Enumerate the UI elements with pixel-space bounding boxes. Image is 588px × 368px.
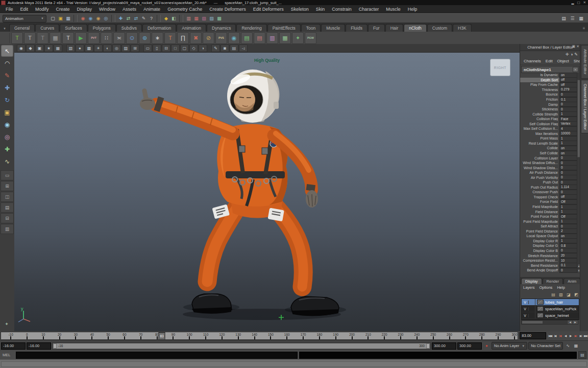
- channel-row-bounce[interactable]: Bounce0: [520, 92, 577, 97]
- channel-value-push-out[interactable]: 0: [559, 180, 577, 185]
- channel-label-point-force-field[interactable]: Point Force Field: [520, 215, 559, 218]
- viewport-3d-view[interactable]: High Quality RIGHT: [14, 53, 520, 331]
- playback-start-field[interactable]: -16.00: [27, 342, 51, 350]
- snap-to-curves-icon[interactable]: ◉: [87, 15, 94, 22]
- channel-box-menu-edit[interactable]: Edit: [544, 59, 555, 63]
- shelf-tab-curves[interactable]: Curves: [35, 24, 59, 32]
- go-to-end-button[interactable]: ▶▶|: [583, 333, 588, 339]
- channel-row-field-distance[interactable]: Field Distance1: [520, 209, 577, 214]
- layer-editor-tab-anim[interactable]: Anim: [564, 278, 580, 284]
- bookmarks-icon[interactable]: ★: [44, 44, 53, 52]
- paint-properties-icon[interactable]: PVS: [215, 32, 227, 44]
- shelf-tab-painteffects[interactable]: PaintEffects: [267, 24, 301, 32]
- menu-item-modify[interactable]: Modify: [32, 6, 53, 13]
- lock-selection-icon[interactable]: ◆: [162, 15, 170, 22]
- append-cache-icon[interactable]: ▦: [279, 32, 291, 44]
- channel-row-local-space-output[interactable]: Local Space Outputon: [520, 234, 577, 239]
- group-divider[interactable]: [74, 15, 78, 22]
- menu-item-skin[interactable]: Skin: [312, 6, 329, 13]
- channel-value-display-color-b[interactable]: 0: [559, 248, 577, 253]
- step-forward-key-button[interactable]: ▶|: [573, 333, 578, 339]
- channel-value-wind-shadow-dista[interactable]: 0: [559, 165, 577, 170]
- lock-camera-icon[interactable]: ◆: [26, 44, 35, 52]
- create-passive-collider-icon[interactable]: T: [24, 32, 36, 44]
- channel-label-point-mass[interactable]: Point Mass: [520, 136, 559, 140]
- channel-label-collide-strength[interactable]: Collide Strength: [520, 112, 559, 116]
- channel-edit-icon[interactable]: ✎: [574, 52, 578, 57]
- channel-row-depth-sort[interactable]: Depth Sortoff: [520, 78, 577, 83]
- object-collapse-icon[interactable]: ▪: [573, 67, 578, 72]
- channel-row-point-force-field[interactable]: Point Force FieldOff: [520, 214, 577, 219]
- shelf-tab-fluids[interactable]: Fluids: [346, 24, 368, 32]
- channel-row-play-from-cache[interactable]: Play From Cacheoff: [520, 82, 577, 87]
- mel-input[interactable]: [16, 352, 298, 359]
- channel-row-point-field-magnitude[interactable]: Point Field Magnitude1: [520, 219, 577, 224]
- show-channel-box-icon[interactable]: ▦: [577, 15, 585, 22]
- field-chart-icon[interactable]: ⊟: [162, 44, 170, 52]
- construction-history-icon[interactable]: ✎: [140, 15, 148, 22]
- channel-label-damp[interactable]: Damp: [520, 103, 559, 106]
- channel-row-point-field-distance[interactable]: Point Field Distance2: [520, 229, 577, 234]
- channel-row-air-push-distance[interactable]: Air Push Distance0: [520, 170, 577, 175]
- layout-hypershade-persp[interactable]: ▥: [1, 224, 14, 234]
- menu-item-create-deformers[interactable]: Create Deformers: [206, 6, 250, 13]
- universal-manipulator-tool[interactable]: ◉: [1, 119, 13, 130]
- channel-row-is-dynamic[interactable]: Is Dynamicon: [520, 73, 577, 78]
- channel-value-point-field-magnitude[interactable]: 1: [559, 219, 577, 224]
- range-end-handle[interactable]: [426, 343, 430, 349]
- channel-label-point-field-magnitude[interactable]: Point Field Magnitude: [520, 220, 559, 223]
- auto-keyframe-icon[interactable]: ●: [483, 342, 491, 350]
- wireframe-on-shaded-icon[interactable]: ⊞: [131, 44, 139, 52]
- play-backwards-button[interactable]: ◀: [563, 333, 568, 339]
- render-view-icon[interactable]: ▥: [185, 15, 192, 22]
- channel-value-rest-length-scale[interactable]: 1: [559, 141, 577, 146]
- display-input-mesh-icon[interactable]: ▦: [50, 32, 61, 44]
- shelf-tab-toon[interactable]: Toon: [301, 24, 321, 32]
- channel-value-self-collision-flag[interactable]: Vertex: [559, 121, 577, 126]
- channel-row-collision-flag[interactable]: Collision FlagFace: [520, 117, 577, 122]
- layer-type-box[interactable]: [529, 306, 535, 312]
- range-slider-track[interactable]: -16 300: [52, 342, 431, 350]
- channel-label-collision-flag[interactable]: Collision Flag: [520, 117, 559, 121]
- panel-title-bar[interactable]: Channel Box / Layer Editor ▣✕: [520, 44, 580, 51]
- shelf-tab-hair[interactable]: Hair: [385, 24, 404, 32]
- channel-row-point-mass[interactable]: Point Mass1: [520, 136, 577, 141]
- save-scene-icon[interactable]: ▦: [64, 15, 72, 22]
- time-slider-ruler[interactable]: -100102030405060708090100110120130140150…: [1, 332, 518, 340]
- channel-label-friction[interactable]: Friction: [520, 98, 559, 101]
- channel-value-collision-flag[interactable]: Face: [559, 117, 577, 122]
- create-cache-icon[interactable]: ▤: [241, 32, 253, 44]
- channel-value-stretch-resistance[interactable]: 20: [559, 253, 577, 258]
- channel-value-point-field-distance[interactable]: 2: [559, 228, 577, 234]
- minimize-button[interactable]: ▂: [571, 1, 574, 5]
- menu-item-animate[interactable]: Animate: [140, 6, 164, 13]
- paint-select-tool[interactable]: ✎: [1, 70, 13, 81]
- scale-tool[interactable]: ▣: [1, 106, 13, 118]
- use-default-material-icon[interactable]: ◎: [112, 44, 121, 52]
- attract-to-matching-mesh-icon[interactable]: ∏: [177, 32, 189, 44]
- select-camera-icon[interactable]: ◉: [17, 44, 26, 52]
- move-tool[interactable]: ✚: [1, 82, 13, 94]
- channel-label-collision-layer[interactable]: Collision Layer: [520, 156, 559, 160]
- channel-row-force-field[interactable]: Force FieldOff: [520, 199, 577, 204]
- channel-label-play-from-cache[interactable]: Play From Cache: [520, 83, 559, 86]
- layer-color-swatch[interactable]: [537, 300, 544, 305]
- layer-menu-layers[interactable]: Layers: [521, 285, 537, 290]
- slide-on-surface-icon[interactable]: ⊚: [139, 32, 151, 44]
- nconstraint-component-icon[interactable]: ≍: [113, 32, 125, 44]
- quick-help-icon[interactable]: ?: [148, 15, 155, 22]
- channel-row-compression-resist[interactable]: Compression Resist...10: [520, 258, 577, 263]
- channel-value-thickness[interactable]: 0.279: [559, 87, 577, 92]
- layout-four-pane[interactable]: ⊞: [1, 181, 14, 191]
- toolbox-extra-icon[interactable]: ✦: [2, 320, 11, 328]
- paint-cache-weights-icon[interactable]: PGW: [305, 32, 316, 44]
- channel-value-damp[interactable]: 0: [559, 102, 577, 107]
- lasso-select-tool[interactable]: ◠: [1, 57, 13, 69]
- layer-hscroll-thumb[interactable]: [522, 321, 543, 324]
- channel-box-menu-channels[interactable]: Channels: [522, 59, 543, 63]
- xray-icon[interactable]: ▨: [121, 44, 130, 52]
- channel-value-collide[interactable]: on: [559, 146, 577, 151]
- playback-end-field[interactable]: 300.00: [432, 342, 456, 350]
- layout-single-pane[interactable]: ▭: [1, 170, 14, 180]
- animation-start-field[interactable]: -16.00: [1, 342, 26, 350]
